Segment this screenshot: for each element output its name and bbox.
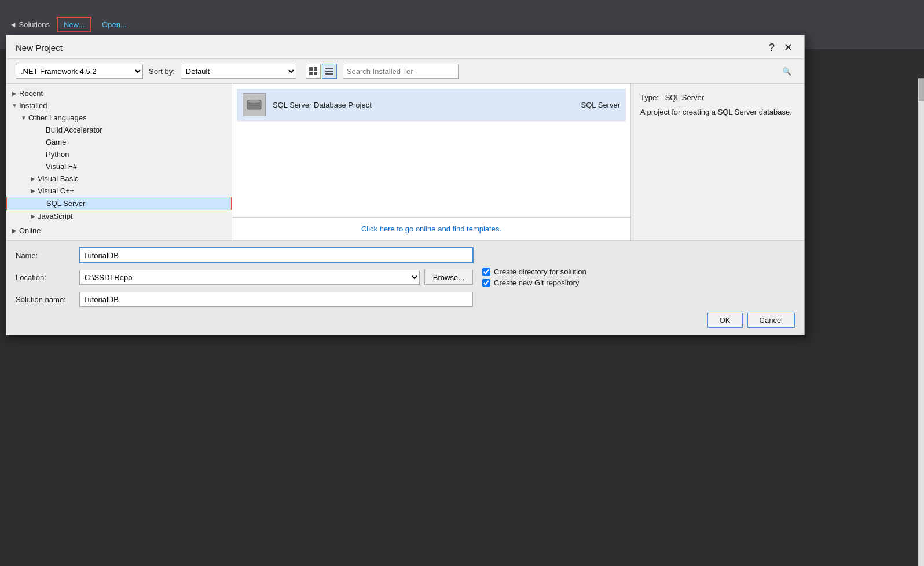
arrow-javascript: ▶: [28, 213, 38, 219]
db-icon: [246, 97, 262, 113]
arrow-visual-basic: ▶: [28, 175, 38, 182]
create-git-label: Create new Git repository: [494, 278, 579, 287]
name-input[interactable]: [79, 248, 473, 263]
label-game: Game: [46, 138, 66, 146]
arrow-online: ▶: [10, 227, 19, 234]
type-label: Type:: [640, 93, 659, 102]
grid-icon: [309, 67, 317, 75]
new-project-dialog: New Project ? ✕ .NET Framework 4.5.2 Sor…: [6, 35, 805, 335]
right-panel: Type: SQL Server A project for creating …: [630, 84, 804, 240]
template-name-sql-server-db: SQL Server Database Project: [273, 101, 372, 109]
label-installed: Installed: [19, 101, 47, 110]
name-row: Name:: [16, 248, 795, 263]
list-icon: [325, 67, 333, 75]
arrow-other-languages: ▼: [19, 115, 28, 121]
location-row: Location: C:\SSDTRepo Browse... Create d…: [16, 267, 795, 287]
toolbar-row: .NET Framework 4.5.2 Sort by: Default: [6, 59, 804, 84]
type-value: SQL Server: [665, 93, 704, 102]
label-sql-server: SQL Server: [46, 199, 85, 208]
label-visual-basic: Visual Basic: [38, 174, 79, 183]
type-line: Type: SQL Server: [640, 93, 795, 102]
online-link[interactable]: Click here to go online and find templat…: [361, 225, 501, 233]
svg-rect-1: [314, 67, 317, 71]
label-online: Online: [19, 226, 41, 235]
tree-item-other-languages[interactable]: ▼ Other Languages: [6, 112, 232, 124]
list-view-button[interactable]: [322, 64, 337, 79]
tree-item-recent[interactable]: ▶ Recent: [6, 87, 232, 100]
svg-rect-6: [325, 73, 333, 75]
view-icons: [306, 64, 337, 79]
template-icon-sql-server-db: [243, 93, 266, 116]
create-git-row: Create new Git repository: [482, 278, 586, 287]
tree-item-visual-cpp[interactable]: ▶ Visual C++: [6, 185, 232, 197]
create-git-checkbox[interactable]: [482, 279, 490, 287]
template-item-sql-server-db[interactable]: SQL Server Database Project SQL Server: [237, 89, 626, 122]
search-icon: 🔍: [782, 67, 791, 76]
label-javascript: JavaScript: [38, 212, 73, 220]
location-label: Location:: [16, 273, 79, 282]
label-other-languages: Other Languages: [28, 113, 86, 122]
create-directory-label: Create directory for solution: [494, 267, 586, 276]
tree-item-build-accelerator[interactable]: ▶ Build Accelerator: [6, 124, 232, 136]
svg-rect-0: [309, 67, 313, 71]
dialog-title: New Project: [16, 43, 63, 53]
dialog-title-icons: ? ✕: [767, 41, 795, 54]
tree-item-python[interactable]: ▶ Python: [6, 148, 232, 160]
dialog-body: ▶ Recent ▼ Installed ▼ Other Languages ▶…: [6, 84, 804, 240]
tree-item-visual-basic[interactable]: ▶ Visual Basic: [6, 172, 232, 185]
bottom-actions: OK Cancel: [16, 313, 795, 328]
cancel-button[interactable]: Cancel: [747, 313, 795, 328]
location-select[interactable]: C:\SSDTRepo: [79, 270, 420, 285]
middle-panel: SQL Server Database Project SQL Server C…: [232, 84, 630, 240]
arrow-visual-cpp: ▶: [28, 188, 38, 194]
online-link-area: Click here to go online and find templat…: [232, 217, 630, 240]
checkboxes-area: Create directory for solution Create new…: [482, 267, 586, 287]
tree-item-javascript[interactable]: ▶ JavaScript: [6, 210, 232, 222]
location-wrapper: C:\SSDTRepo Browse...: [79, 270, 473, 285]
label-visual-cpp: Visual C++: [38, 186, 74, 195]
svg-rect-2: [309, 72, 313, 75]
ok-button[interactable]: OK: [707, 313, 743, 328]
label-python: Python: [46, 150, 69, 159]
dialog-overlay: New Project ? ✕ .NET Framework 4.5.2 Sor…: [0, 0, 924, 566]
solution-name-label: Solution name:: [16, 295, 79, 304]
tree-item-visual-fsharp[interactable]: ▶ Visual F#: [6, 160, 232, 172]
label-recent: Recent: [19, 89, 43, 98]
close-button[interactable]: ✕: [782, 41, 795, 54]
browse-button[interactable]: Browse...: [424, 270, 473, 285]
tree-item-sql-server[interactable]: ▶ SQL Server: [6, 197, 232, 210]
tree-item-game[interactable]: ▶ Game: [6, 136, 232, 148]
svg-point-8: [248, 100, 260, 103]
create-directory-checkbox[interactable]: [482, 268, 490, 276]
svg-rect-4: [325, 68, 333, 69]
bottom-panel: Name: Location: C:\SSDTRepo Browse... Cr…: [6, 240, 804, 335]
name-label: Name:: [16, 251, 79, 260]
svg-rect-3: [314, 72, 317, 75]
search-wrapper: 🔍: [343, 64, 795, 79]
create-directory-row: Create directory for solution: [482, 267, 586, 276]
type-description: A project for creating a SQL Server data…: [640, 106, 795, 118]
dialog-title-bar: New Project ? ✕: [6, 35, 804, 59]
grid-view-button[interactable]: [306, 64, 321, 79]
tree-item-installed[interactable]: ▼ Installed: [6, 100, 232, 112]
solution-name-row: Solution name:: [16, 292, 795, 307]
sortby-label: Sort by:: [149, 67, 175, 76]
framework-select[interactable]: .NET Framework 4.5.2: [16, 64, 143, 79]
label-build-accelerator: Build Accelerator: [46, 126, 102, 134]
left-panel: ▶ Recent ▼ Installed ▼ Other Languages ▶…: [6, 84, 232, 240]
label-visual-fsharp: Visual F#: [46, 162, 77, 171]
help-button[interactable]: ?: [767, 42, 777, 54]
sortby-select[interactable]: Default: [181, 64, 296, 79]
template-list: SQL Server Database Project SQL Server: [232, 84, 630, 217]
solution-name-input[interactable]: [79, 292, 473, 307]
svg-rect-5: [325, 71, 333, 72]
arrow-recent: ▶: [10, 90, 19, 97]
tree-item-online[interactable]: ▶ Online: [6, 225, 232, 237]
template-tag-sql-server-db: SQL Server: [581, 101, 620, 109]
search-input[interactable]: [343, 64, 459, 79]
arrow-installed: ▼: [10, 102, 19, 109]
